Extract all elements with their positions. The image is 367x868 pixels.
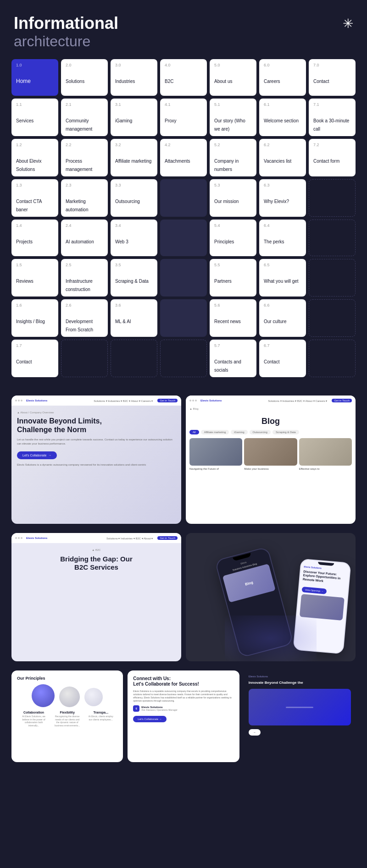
blog-tag-outsourcing[interactable]: Outsourcing <box>250 430 271 434</box>
grid-cell-marketing-auto[interactable]: 2.3 Marketing automation <box>61 179 108 217</box>
blog-tag-scraping[interactable]: Scraping & Data <box>272 430 299 434</box>
grid-cell-b2c[interactable]: 4.0 B2C <box>160 59 207 96</box>
blog-tag-affiliate[interactable]: Affiliate marketing <box>201 430 229 434</box>
blog-nav-dots <box>189 400 197 401</box>
blog-caption-1: Navigating the Future of <box>189 467 242 471</box>
grid-cell-recent-news[interactable]: 5.6 Recent news <box>210 299 256 337</box>
blog-preview-inner: Elevix Solutions Solutions ▾ Industries … <box>186 396 356 524</box>
grid-cell-dark-4 <box>160 299 207 337</box>
principle-label-1: Collaboration At Elevix Solutions, we be… <box>20 711 48 727</box>
grid-cell-contactform[interactable]: 7.2 Contact form <box>309 139 356 176</box>
connect-cta-button[interactable]: Let's Collaborate → <box>133 716 167 722</box>
grid-cell-igaming[interactable]: 3.1 iGaming <box>111 99 157 136</box>
connect-body: Elevix Solutions is a reputable outsourc… <box>133 690 234 703</box>
grid-cell-empty-4 <box>309 299 356 337</box>
grid-cell-infra[interactable]: 2.5 Infrastructure construction <box>61 259 108 297</box>
blog-tag-igaming[interactable]: iGaming <box>231 430 247 434</box>
grid-cell-contact[interactable]: 7.0 Contact <box>309 59 356 96</box>
grid-cell-contact-17[interactable]: 1.7 Contact <box>11 340 58 377</box>
grid-cell-principles[interactable]: 5.4 Principles <box>210 220 256 256</box>
grid-cell-attachments[interactable]: 4.2 Attachments <box>160 139 207 176</box>
principles-card: Our Principles Collaboration At Elevix S… <box>11 670 123 762</box>
about-body-text: Elevix Solutions is a dynamic outsourcin… <box>17 463 176 467</box>
grid-cell-affiliate[interactable]: 3.2 Affiliate marketing <box>111 139 157 176</box>
innovate-headline: Innovate Beyond Challenge the <box>249 681 351 685</box>
grid-cell-partners[interactable]: 5.5 Partners <box>210 259 256 297</box>
ia-grid: 1.0 Home 2.0 Solutions 3.0 Industries 4.… <box>0 59 367 391</box>
lets-collaborate-button[interactable]: Let's Collaborate → <box>17 451 57 459</box>
grid-cell-empty-2 <box>309 220 356 256</box>
b2c-content: ▲ B2C Bridging the Gap: Our B2C Services <box>11 543 181 577</box>
grid-cell-dark-1 <box>160 179 207 217</box>
connect-content: Connect with Us: Let's Collaborate for S… <box>128 670 239 728</box>
grid-cell-empty-7 <box>160 340 207 377</box>
phone-small-cta-btn[interactable]: View Openings → <box>301 587 327 594</box>
grid-cell-contact-67[interactable]: 6.7 Contact <box>259 340 306 377</box>
grid-cell-book[interactable]: 7.1 Book a 30-minute call <box>309 99 356 136</box>
grid-cell-dark-3 <box>160 259 207 297</box>
grid-cell-what-you-get[interactable]: 6.5 What you will get <box>259 259 306 297</box>
innovate-content: Elevix Solutions Innovate Beyond Challen… <box>244 670 356 740</box>
grid-cell-culture[interactable]: 6.6 Our culture <box>259 299 306 337</box>
grid-cell-community[interactable]: 2.1 Community management <box>61 99 108 136</box>
grid-cell-empty-6 <box>111 340 157 377</box>
grid-cell-solutions[interactable]: 2.0 Solutions <box>61 59 108 96</box>
grid-cell-projects[interactable]: 1.4 Projects <box>11 220 58 256</box>
phone-mockups-card: Elevix Solutions Industries Blog Blog El… <box>186 533 356 661</box>
principles-visual <box>17 684 117 707</box>
connect-author: Ihor Atanasov, Operations Manager <box>141 709 178 711</box>
grid-cell-insights[interactable]: 1.6 Insights / Blog <box>11 299 58 337</box>
grid-cell-dev-scratch[interactable]: 2.6 Development From Scratch <box>61 299 108 337</box>
blog-tags: All Affiliate marketing iGaming Outsourc… <box>186 430 356 438</box>
grid-cell-cta-baner[interactable]: 1.3 Contact CTA baner <box>11 179 58 217</box>
grid-cell-scraping[interactable]: 3.5 Scraping & Data <box>111 259 157 297</box>
grid-cell-about[interactable]: 5.0 About us <box>210 59 256 96</box>
blog-caption-3: Effective ways to <box>299 467 352 471</box>
orb-transparency <box>84 688 103 706</box>
principles-labels: Collaboration At Elevix Solutions, we be… <box>17 711 117 727</box>
nav-dots <box>15 400 22 401</box>
grid-cell-company-numbers[interactable]: 5.2 Company in numbers <box>210 139 256 176</box>
grid-cell-careers[interactable]: 6.0 Careers <box>259 59 306 96</box>
blog-nav-bar: Elevix Solutions Solutions ▾ Industries … <box>186 396 356 406</box>
grid-cell-home[interactable]: 1.0 Home <box>11 59 58 96</box>
grid-cell-outsourcing[interactable]: 3.3 Outsourcing <box>111 179 157 217</box>
b2c-nav-bar: Elevix Solutions Solutions ▾ Industries … <box>11 533 181 543</box>
grid-cell-empty-1 <box>309 179 356 217</box>
blog-images-row <box>186 438 356 466</box>
phone-small-mockup: Elevix Solutions Discover Your Future: E… <box>293 559 351 654</box>
principle-label-2: Flexibility Recognizing the diverse need… <box>54 711 81 727</box>
grid-cell-perks[interactable]: 6.4 The perks <box>259 220 306 256</box>
header-title-group: Informational architecture <box>14 14 118 50</box>
orb-flexibility <box>59 687 80 707</box>
grid-cell-proxy[interactable]: 4.1 Proxy <box>160 99 207 136</box>
grid-cell-services[interactable]: 1.1 Services <box>11 99 58 136</box>
b2c-breadcrumb: ▲ B2C <box>17 549 176 551</box>
grid-table: 1.0 Home 2.0 Solutions 3.0 Industries 4.… <box>11 59 356 377</box>
phone-screen-content: Elevix Solutions Industries Blog Blog <box>217 551 279 607</box>
phone-small-headline: Discover Your Future: Explore Opportunit… <box>302 570 346 585</box>
grid-cell-welcome[interactable]: 6.1 Welcome section <box>259 99 306 136</box>
grid-cell-about-elevix[interactable]: 1.2 About Elevix Solutions <box>11 139 58 176</box>
connect-card: Connect with Us: Let's Collaborate for S… <box>128 670 239 762</box>
b2c-preview-card: Elevix Solutions Solutions ▾ Industries … <box>11 533 181 661</box>
innovate-btn[interactable]: → <box>249 729 261 736</box>
asterisk-icon: ✳ <box>343 16 353 31</box>
grid-cell-contacts-socials[interactable]: 5.7 Contacts and socials <box>210 340 256 377</box>
blog-image-1 <box>189 438 242 466</box>
grid-cell-industries[interactable]: 3.0 Industries <box>111 59 157 96</box>
grid-cell-mission[interactable]: 5.3 Our mission <box>210 179 256 217</box>
grid-cell-ourstory[interactable]: 5.1 Our story (Who we are) <box>210 99 256 136</box>
grid-cell-vacancies[interactable]: 6.2 Vacancies list <box>259 139 306 176</box>
grid-cell-reviews[interactable]: 1.5 Reviews <box>11 259 58 297</box>
grid-cell-why-elevix[interactable]: 6.3 Why Elevix? <box>259 179 306 217</box>
blog-tag-all[interactable]: All <box>189 430 199 434</box>
grid-cell-process[interactable]: 2.2 Process management <box>61 139 108 176</box>
blog-preview-card: Elevix Solutions Solutions ▾ Industries … <box>186 396 356 524</box>
grid-cell-ml-ai[interactable]: 3.6 ML & AI <box>111 299 157 337</box>
grid-cell-ai-automation[interactable]: 2.4 AI automation <box>61 220 108 256</box>
phone-small-content: Elevix Solutions Discover Your Future: E… <box>296 562 350 624</box>
grid-cell-web3[interactable]: 3.4 Web 3 <box>111 220 157 256</box>
blog-captions: Navigating the Future of Make your busin… <box>186 466 356 471</box>
innovate-image <box>249 689 351 725</box>
